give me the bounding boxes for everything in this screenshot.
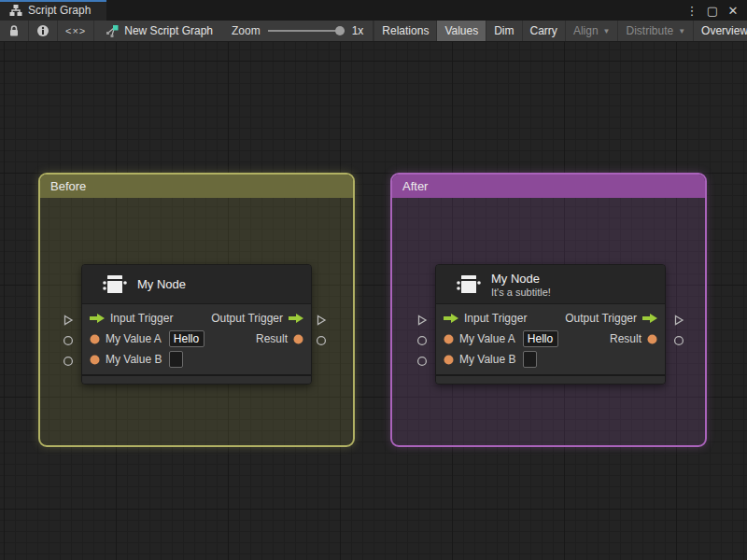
node-subtitle: It's a subtitle!: [491, 287, 551, 298]
value-port-dot-icon[interactable]: [293, 334, 303, 344]
zoom-slider[interactable]: [268, 25, 345, 36]
node-my-node-after[interactable]: My Node It's a subtitle! Input Trigger O…: [435, 264, 666, 385]
result-label: Result: [256, 332, 288, 345]
window-menu-icon[interactable]: ⋮: [684, 2, 700, 19]
value-b-input[interactable]: [169, 351, 183, 368]
node-title: My Node: [137, 277, 186, 291]
chevron-down-icon: ▼: [603, 27, 611, 35]
script-graph-window: Script Graph ⋮ ▢ ✕ <×>: [0, 0, 747, 560]
value-a-label: My Value A: [106, 332, 162, 345]
zoom-slider-handle[interactable]: [335, 26, 345, 35]
result-label: Result: [610, 332, 641, 345]
tab-label: Script Graph: [28, 4, 91, 17]
zoom-value: 1x: [352, 24, 364, 37]
external-value-port[interactable]: [416, 356, 428, 367]
overview-button[interactable]: Overview: [693, 21, 747, 41]
value-port-dot-icon[interactable]: [444, 334, 454, 344]
value-a-input[interactable]: [523, 330, 558, 347]
window-controls: ⋮ ▢ ✕: [684, 0, 747, 21]
external-value-port[interactable]: [416, 335, 428, 346]
align-label: Align: [573, 24, 599, 37]
node-header[interactable]: My Node: [82, 265, 311, 304]
script-graph-icon: [106, 24, 119, 37]
node-footer: [82, 376, 311, 384]
node-header[interactable]: My Node It's a subtitle!: [436, 265, 665, 304]
toolbar-right-buttons: Relations Values Dim Carry Align ▼ Distr…: [374, 21, 747, 41]
input-trigger-label: Input Trigger: [464, 312, 527, 325]
code-icon: <×>: [65, 25, 86, 36]
node-ports: Input Trigger Output Trigger My Value A …: [82, 304, 311, 374]
unit-node-icon: [103, 273, 127, 296]
value-port-dot-icon[interactable]: [90, 334, 100, 344]
port-row-triggers: Input Trigger Output Trigger: [436, 308, 665, 329]
external-value-port[interactable]: [63, 335, 74, 346]
node-title: My Node: [491, 272, 551, 286]
group-before-header[interactable]: Before: [40, 175, 353, 198]
tab-script-graph[interactable]: Script Graph: [0, 0, 106, 21]
distribute-label: Distribute: [626, 24, 673, 37]
node-ports: Input Trigger Output Trigger My Value A …: [436, 304, 665, 374]
distribute-dropdown[interactable]: Distribute ▼: [617, 21, 693, 41]
zoom-control: Zoom 1x: [222, 21, 374, 41]
info-icon: [36, 24, 49, 37]
external-value-port[interactable]: [673, 335, 684, 346]
maximize-icon[interactable]: ▢: [704, 2, 721, 19]
hierarchy-graph-icon: [9, 4, 22, 17]
carry-toggle[interactable]: Carry: [522, 21, 565, 41]
zoom-slider-track: [268, 30, 345, 32]
new-script-graph-label: New Script Graph: [124, 24, 213, 37]
external-value-port[interactable]: [63, 356, 74, 367]
tab-bar: Script Graph ⋮ ▢ ✕: [0, 0, 747, 21]
output-trigger-label: Output Trigger: [565, 312, 637, 325]
relations-toggle[interactable]: Relations: [374, 21, 436, 41]
port-row-value-b: My Value B: [436, 349, 665, 370]
output-trigger-port-icon[interactable]: [642, 314, 657, 323]
external-output-trigger-port[interactable]: [673, 315, 684, 326]
external-output-trigger-port[interactable]: [316, 315, 327, 326]
inspect-button[interactable]: [29, 21, 58, 41]
port-row-value-b: My Value B: [82, 349, 311, 370]
values-toggle[interactable]: Values: [436, 21, 486, 41]
active-tab-accent: [0, 0, 106, 2]
group-after-header[interactable]: After: [392, 175, 705, 198]
value-port-dot-icon[interactable]: [90, 355, 100, 365]
align-dropdown[interactable]: Align ▼: [565, 21, 618, 41]
close-icon[interactable]: ✕: [725, 2, 741, 19]
external-input-trigger-port[interactable]: [416, 315, 428, 326]
value-b-label: My Value B: [459, 353, 515, 366]
output-trigger-port-icon[interactable]: [289, 314, 303, 323]
csharp-preview-button[interactable]: <×>: [58, 21, 94, 41]
input-trigger-label: Input Trigger: [110, 312, 173, 325]
dim-toggle[interactable]: Dim: [486, 21, 521, 41]
graph-toolbar: <×> New Script Graph Zoom 1x Relations V…: [0, 21, 747, 42]
chevron-down-icon: ▼: [678, 27, 685, 35]
value-port-dot-icon[interactable]: [647, 334, 657, 344]
new-script-graph-button[interactable]: New Script Graph: [94, 21, 222, 41]
port-row-value-a: My Value A Result: [436, 329, 665, 349]
input-trigger-port-icon[interactable]: [90, 314, 105, 323]
group-after-title: After: [402, 179, 428, 193]
value-port-dot-icon[interactable]: [444, 355, 454, 365]
unit-node-icon: [457, 273, 481, 296]
graph-canvas[interactable]: Before After My Node: [0, 42, 747, 560]
input-trigger-port-icon[interactable]: [444, 314, 458, 323]
node-footer: [436, 376, 665, 384]
port-row-value-a: My Value A Result: [82, 329, 311, 349]
node-my-node-before[interactable]: My Node Input Trigger Output Trigger: [81, 264, 312, 385]
lock-button[interactable]: [0, 21, 29, 41]
value-b-label: My Value B: [106, 353, 162, 366]
output-trigger-label: Output Trigger: [211, 312, 283, 325]
external-input-trigger-port[interactable]: [63, 315, 74, 326]
external-value-port[interactable]: [316, 335, 327, 346]
zoom-label: Zoom: [232, 24, 261, 37]
value-a-input[interactable]: [169, 330, 204, 347]
value-a-label: My Value A: [459, 332, 515, 345]
group-before-title: Before: [50, 179, 86, 193]
value-b-input[interactable]: [523, 351, 537, 368]
lock-icon: [7, 24, 21, 37]
port-row-triggers: Input Trigger Output Trigger: [82, 308, 311, 329]
